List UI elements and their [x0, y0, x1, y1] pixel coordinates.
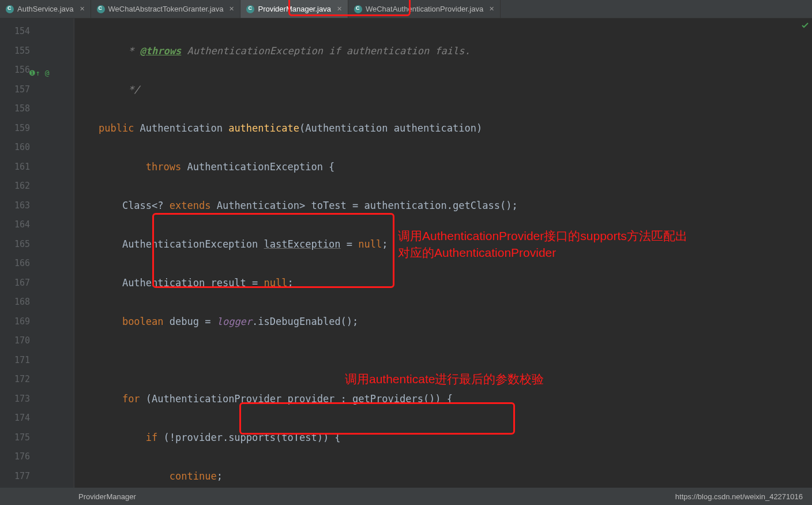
line-number: 155 [0, 42, 75, 61]
annotation-text-supports: 调用AuthenticationProvider接口的supports方法匹配出… [398, 227, 721, 261]
line-number-gutter: ❶↑ @ 15415515615715815916016116216316416… [0, 18, 75, 488]
line-number: 170 [0, 331, 75, 351]
line-number: 162 [0, 177, 75, 196]
status-bar: ProviderManager https://blog.csdn.net/we… [0, 488, 812, 505]
line-number: 167 [0, 274, 75, 293]
tab-wechatauthprovider[interactable]: WeChatAuthenticationProvider.java ✕ [348, 0, 501, 18]
close-icon[interactable]: ✕ [487, 5, 494, 13]
line-number: 165 [0, 235, 75, 255]
line-number: 160 [0, 138, 75, 158]
line-number: 166 [0, 254, 75, 274]
line-number: 164 [0, 215, 75, 235]
line-number: 171 [0, 351, 75, 371]
line-number: 169 [0, 312, 75, 332]
line-number: 174 [0, 409, 75, 428]
code-area[interactable]: * @throws AuthenticationException if aut… [75, 18, 812, 488]
line-number: 157 [0, 80, 75, 100]
java-class-icon [97, 5, 105, 13]
fold-column [66, 18, 74, 488]
tab-label: AuthService.java [17, 5, 74, 13]
code-editor[interactable]: ❶↑ @ 15415515615715815916016116216316416… [0, 18, 812, 488]
line-number: 175 [0, 428, 75, 448]
watermark-url: https://blog.csdn.net/weixin_42271016 [675, 492, 803, 501]
line-number: 168 [0, 293, 75, 312]
line-number: 176 [0, 447, 75, 467]
line-number: 154 [0, 22, 75, 42]
tab-wechattokengranter[interactable]: WeChatAbstractTokenGranter.java ✕ [91, 0, 241, 18]
line-number: 173 [0, 390, 75, 409]
line-number: 161 [0, 158, 75, 177]
java-class-icon [6, 5, 14, 13]
tab-authservice[interactable]: AuthService.java ✕ [0, 0, 91, 18]
close-icon[interactable]: ✕ [77, 5, 85, 13]
tab-label: ProviderManager.java [258, 5, 330, 13]
override-gutter-icon[interactable]: ❶↑ @ [29, 63, 49, 83]
java-class-icon [246, 5, 254, 13]
close-icon[interactable]: ✕ [227, 5, 234, 13]
annotation-text-authenticate: 调用authenticate进行最后的参数校验 [345, 371, 544, 387]
java-class-icon [354, 5, 362, 13]
inspection-ok-icon [802, 22, 809, 29]
line-number: 159 [0, 119, 75, 139]
breadcrumb[interactable]: ProviderManager [9, 492, 136, 501]
line-number: 177 [0, 467, 75, 487]
line-number: 163 [0, 196, 75, 216]
editor-tabs: AuthService.java ✕ WeChatAbstractTokenGr… [0, 0, 812, 18]
close-icon[interactable]: ✕ [334, 5, 342, 13]
tab-providermanager[interactable]: ProviderManager.java ✕ [240, 0, 348, 18]
line-number: 158 [0, 99, 75, 119]
line-number: 172 [0, 370, 75, 390]
tab-label: WeChatAuthenticationProvider.java [366, 5, 483, 13]
tab-label: WeChatAbstractTokenGranter.java [108, 5, 224, 13]
